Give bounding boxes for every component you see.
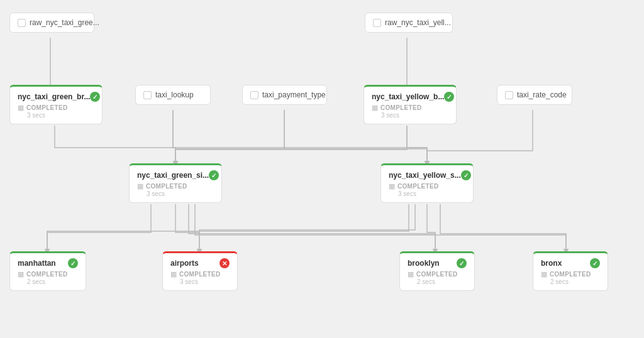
node-taxi-payment-label: taxi_payment_type: [262, 90, 326, 99]
grid-icon-airports: ▦: [170, 270, 177, 278]
node-nyc-green-si[interactable]: nyc_taxi_green_si... ✓ ▦ COMPLETED 3 sec…: [129, 163, 222, 203]
checkbox-icon-rate: [505, 91, 513, 99]
status-airports: COMPLETED: [179, 271, 220, 278]
time-airports: 3 secs: [180, 278, 230, 285]
grid-icon-ybr: ▦: [372, 104, 378, 112]
time-brooklyn: 2 secs: [417, 278, 467, 285]
node-manhattan-label: manhattan: [18, 259, 56, 268]
node-nyc-yellow-br-label: nyc_taxi_yellow_b...: [372, 92, 444, 101]
node-airports[interactable]: airports ✕ ▦ COMPLETED 3 secs: [162, 251, 238, 291]
green-check-badge-manhattan: ✓: [68, 258, 78, 268]
node-taxi-payment[interactable]: taxi_payment_type: [242, 85, 327, 105]
time-ybr: 3 secs: [381, 112, 448, 119]
node-airports-label: airports: [170, 259, 199, 268]
checkbox-icon-lookup: [143, 91, 152, 99]
checkbox-icon-payment: [250, 91, 258, 99]
node-raw-green[interactable]: raw_nyc_taxi_gree...: [9, 13, 94, 33]
node-nyc-yellow-br[interactable]: nyc_taxi_yellow_b... ✓ ▦ COMPLETED 3 sec…: [364, 85, 457, 124]
status-brooklyn: COMPLETED: [416, 271, 457, 278]
status-manhattan: COMPLETED: [26, 271, 67, 278]
green-check-badge-ys: ✓: [461, 170, 471, 180]
green-check-badge-brooklyn: ✓: [457, 258, 467, 268]
time-manhattan: 2 secs: [27, 278, 78, 285]
node-brooklyn-label: brooklyn: [408, 259, 440, 268]
checkbox-icon: [18, 19, 26, 27]
node-manhattan[interactable]: manhattan ✓ ▦ COMPLETED 2 secs: [9, 251, 86, 291]
status-bronx: COMPLETED: [550, 271, 591, 278]
node-taxi-rate-label: taxi_rate_code: [517, 90, 567, 99]
status-ys: COMPLETED: [397, 183, 438, 190]
node-raw-green-label: raw_nyc_taxi_gree...: [30, 18, 99, 27]
grid-icon-brooklyn: ▦: [408, 270, 414, 278]
node-taxi-rate[interactable]: taxi_rate_code: [497, 85, 572, 105]
grid-icon: ▦: [18, 104, 24, 112]
node-taxi-lookup[interactable]: taxi_lookup: [135, 85, 211, 105]
green-check-badge: ✓: [90, 92, 100, 102]
node-bronx[interactable]: bronx ✓ ▦ COMPLETED 2 secs: [533, 251, 608, 291]
red-x-badge-airports: ✕: [219, 258, 230, 268]
node-nyc-yellow-s[interactable]: nyc_taxi_yellow_s... ✓ ▦ COMPLETED 3 sec…: [380, 163, 474, 203]
node-bronx-label: bronx: [541, 259, 562, 268]
green-check-badge-bronx: ✓: [590, 258, 600, 268]
grid-icon-ys: ▦: [389, 182, 395, 190]
time-gsi: 3 secs: [147, 190, 214, 197]
time-ys: 3 secs: [398, 190, 465, 197]
time-label: 3 secs: [27, 112, 94, 119]
green-check-badge-si: ✓: [209, 170, 219, 180]
status-completed: COMPLETED: [26, 104, 67, 111]
grid-icon-bronx: ▦: [541, 270, 547, 278]
checkbox-icon-yellow: [373, 19, 381, 27]
time-bronx: 2 secs: [550, 278, 600, 285]
node-nyc-green-br[interactable]: nyc_taxi_green_br... ✓ ▦ COMPLETED 3 sec…: [9, 85, 103, 124]
status-ybr: COMPLETED: [380, 104, 421, 111]
green-check-badge-yellow: ✓: [444, 92, 454, 102]
status-gsi: COMPLETED: [146, 183, 187, 190]
node-nyc-green-br-label: nyc_taxi_green_br...: [18, 92, 90, 101]
grid-icon-gsi: ▦: [137, 182, 143, 190]
node-raw-yellow-label: raw_nyc_taxi_yell...: [385, 18, 451, 27]
node-nyc-green-si-label: nyc_taxi_green_si...: [137, 171, 209, 180]
node-raw-yellow[interactable]: raw_nyc_taxi_yell...: [365, 13, 453, 33]
node-brooklyn[interactable]: brooklyn ✓ ▦ COMPLETED 2 secs: [399, 251, 475, 291]
node-nyc-yellow-s-label: nyc_taxi_yellow_s...: [389, 171, 461, 180]
node-taxi-lookup-label: taxi_lookup: [155, 90, 194, 99]
pipeline-canvas: raw_nyc_taxi_gree... raw_nyc_taxi_yell..…: [0, 0, 644, 338]
grid-icon-manhattan: ▦: [18, 270, 24, 278]
